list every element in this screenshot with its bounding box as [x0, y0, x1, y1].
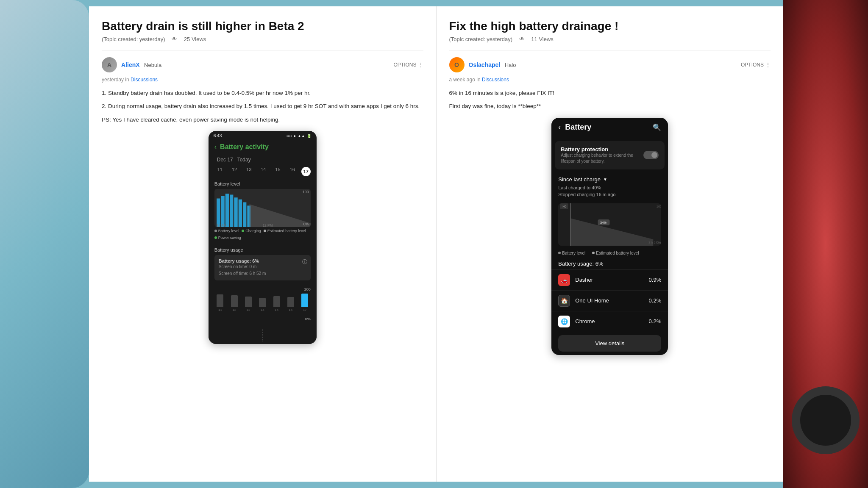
svg-rect-1	[221, 196, 224, 227]
bar-13	[245, 297, 252, 307]
left-author-name[interactable]: AlienX	[121, 61, 140, 68]
bar-item-17: 17	[299, 294, 310, 312]
chart-0-label: 0%	[303, 222, 309, 226]
left-discussion-link[interactable]: Discussions	[131, 77, 158, 83]
left-panel: Battery drain is still higher in Beta 2 …	[89, 6, 437, 482]
left-views: 25 Views	[184, 36, 206, 42]
chrome-icon: 🌐	[558, 316, 570, 327]
dasher-pct: 0.9%	[649, 277, 662, 283]
right-author-name[interactable]: Oslachapel	[469, 61, 501, 68]
view-details-button[interactable]: View details	[558, 335, 661, 352]
left-phone-mockup: 6:43 ▪▪▪▪ ● ▲▲ 🔋 ‹ Battery activity Dec …	[209, 131, 317, 344]
bar-label-13: 13	[247, 308, 250, 312]
dark-chart-legend: Battery level Estimated battery level	[551, 248, 668, 258]
phone-date-row: Dec 17 Today	[209, 153, 317, 165]
chart-100-label: 100	[303, 190, 309, 194]
svg-text:3 h 24 m: 3 h 24 m	[648, 241, 661, 244]
day-14: 14	[258, 167, 269, 176]
svg-rect-5	[239, 200, 242, 227]
dark-legend-battery: Battery level	[562, 251, 585, 255]
dark-phone-header: ‹ Battery 🔍	[551, 118, 668, 135]
phone-status-bar: 6:43 ▪▪▪▪ ● ▲▲ 🔋	[209, 131, 317, 140]
header-spacer	[551, 135, 668, 138]
usage-pct-label: Battery usage: 6%	[219, 258, 306, 263]
bar-17	[301, 294, 308, 307]
svg-text:12 AM: 12 AM	[217, 223, 226, 227]
oneui-pct: 0.2%	[649, 297, 662, 304]
bar-label-16: 16	[289, 308, 292, 312]
dark-battery-title: Battery	[565, 123, 653, 132]
usage-section-label: Battery usage	[214, 247, 311, 252]
right-post-meta: (Topic created: yesterday) 👁 11 Views	[449, 36, 771, 42]
usage-detail: Screen on time: 0 m Screen off time: 6 h…	[219, 263, 306, 277]
phone-bottom-chart	[209, 327, 317, 344]
right-divider	[449, 50, 771, 50]
battery-usage-section: Battery usage ⓘ Battery usage: 6% Screen…	[209, 244, 317, 284]
phone-days-row: 11 12 13 14 15 16 17	[209, 165, 317, 178]
left-options-button[interactable]: OPTIONS ⋮	[393, 62, 423, 68]
bar-item-12: 12	[228, 295, 240, 312]
bar-item-15: 15	[271, 296, 282, 312]
left-topic-created: (Topic created: yesterday)	[102, 36, 165, 42]
svg-rect-3	[230, 195, 233, 227]
left-post-body: 1. Standby battery drain has doubled. It…	[102, 89, 423, 125]
protection-desc: Adjust charging behavior to extend the l…	[561, 152, 639, 164]
battery-chart-area: 100 0%	[214, 189, 311, 227]
right-phone-mockup: ‹ Battery 🔍 Battery protection Adjust ch…	[551, 118, 668, 355]
since-caret-icon[interactable]: ▼	[603, 177, 607, 182]
info-icon: ⓘ	[302, 258, 307, 266]
protection-title: Battery protection	[561, 146, 639, 152]
day-11: 11	[214, 167, 225, 176]
stopped-charging: Stopped charging 16 m ago	[558, 191, 661, 198]
back-arrow-icon[interactable]: ‹	[214, 143, 217, 151]
dark-search-icon[interactable]: 🔍	[653, 123, 661, 131]
screen-on: Screen on time: 0 m	[219, 263, 306, 270]
app-row-chrome[interactable]: 🌐 Chrome 0.2%	[551, 311, 668, 332]
left-views-icon: 👁	[172, 36, 177, 42]
svg-marker-8	[249, 204, 310, 227]
dasher-icon: 🚗	[558, 274, 570, 286]
app-row-dasher[interactable]: 🚗 Dasher 0.9%	[551, 269, 668, 290]
usage-box: ⓘ Battery usage: 6% Screen on time: 0 m …	[214, 255, 311, 280]
status-time: 6:43	[214, 133, 222, 138]
dark-chart-area: 100 0% ↑40 34% 3 h 24 m	[558, 203, 661, 246]
left-post-title: Battery drain is still higher in Beta 2	[102, 19, 423, 33]
bar-item-13: 13	[242, 297, 254, 312]
battery-protection-row: Battery protection Adjust charging behav…	[555, 141, 665, 169]
bar-16	[287, 297, 294, 307]
right-avatar-letter: O	[454, 61, 459, 68]
last-charged: Last charged to 40%	[558, 184, 661, 191]
left-body-line-3: PS: Yes I have cleared cache, even power…	[102, 115, 423, 125]
bar-15	[273, 296, 280, 307]
app-row-oneui[interactable]: 🏠 One UI Home 0.2%	[551, 290, 668, 311]
bar-11	[217, 294, 223, 307]
oneui-name: One UI Home	[575, 297, 643, 304]
since-charge-row: Since last charge ▼	[551, 173, 668, 184]
left-author-row: A AlienX Nebula OPTIONS ⋮	[102, 57, 423, 72]
right-options-button[interactable]: OPTIONS ⋮	[741, 62, 771, 68]
right-views: 11 Views	[531, 36, 554, 42]
right-discussion-link[interactable]: Discussions	[482, 77, 509, 83]
left-timestamp: yesterday in Discussions	[102, 77, 423, 83]
dark-back-icon[interactable]: ‹	[558, 123, 561, 132]
bar-14	[259, 298, 266, 307]
battery-activity-header: ‹ Battery activity	[209, 140, 317, 153]
legend-power-saving: Power saving	[218, 236, 241, 240]
chrome-pct: 0.2%	[649, 318, 662, 324]
right-author-badge: Halo	[505, 62, 516, 68]
battery-level-label: Battery level	[214, 181, 311, 186]
left-body-line-2: 2. During normal usage, battery drain al…	[102, 102, 423, 111]
right-post-body: 6% in 16 minutes is a joke, please FIX I…	[449, 89, 771, 111]
bar-label-12: 12	[232, 308, 236, 312]
right-body-line-2: First day was fine, today is **bleep**	[449, 102, 771, 111]
bar-label-11: 11	[218, 308, 222, 312]
dark-legend-estimated: Estimated battery level	[596, 251, 639, 255]
right-timestamp: a week ago in Discussions	[449, 77, 771, 83]
bg-left-decoration	[0, 0, 89, 488]
main-container: Battery drain is still higher in Beta 2 …	[89, 6, 783, 482]
svg-text:12 PM: 12 PM	[262, 223, 273, 227]
protection-toggle[interactable]	[643, 151, 659, 159]
day-17-active[interactable]: 17	[301, 167, 311, 176]
svg-rect-4	[234, 198, 237, 227]
bar-12	[231, 295, 238, 307]
